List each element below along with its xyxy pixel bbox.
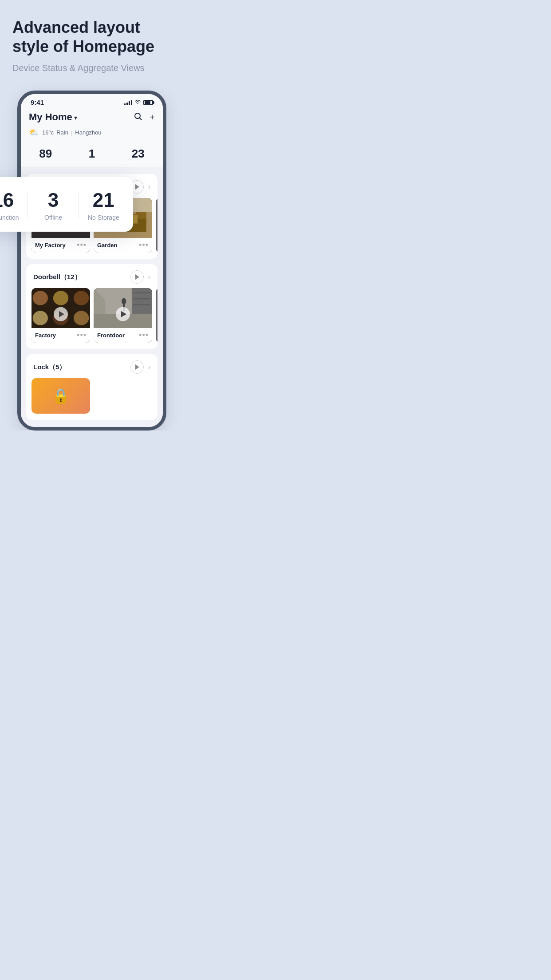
lock-icon: 🔒	[52, 387, 70, 404]
doorbell-section-header: Doorbell（12） ›	[26, 264, 157, 288]
lock-section-card: Lock（5） › 🔒	[26, 354, 157, 420]
play-icon	[59, 311, 64, 317]
malfunction-label: Malfunction	[0, 214, 28, 221]
doorbell-thumb-label-row-frontdoor: Frontdoor •••	[94, 328, 152, 343]
camera-thumb-label-row-garden: Garden •••	[94, 238, 152, 253]
doorbell-section-header-right: ›	[130, 270, 150, 284]
app-header: My Home ▾ +	[21, 108, 163, 127]
stat-item-1: 89	[39, 147, 52, 161]
doorbell-thumb-factory[interactable]: Factory •••	[31, 288, 90, 343]
doorbell-thumb-label-frontdoor: Frontdoor	[97, 332, 125, 339]
stats-row-background: 89 1 23	[21, 142, 163, 167]
doorbell-thumb-menu-frontdoor[interactable]: •••	[139, 331, 149, 340]
phone-frame-wrapper: 9:41	[0, 91, 184, 431]
stat-item-2: 1	[89, 147, 95, 161]
doorbell-thumbnails-row: Factory ••• Frontdoor •••	[26, 288, 157, 349]
wifi-icon	[134, 99, 141, 106]
weather-temp: 16°c	[42, 129, 54, 136]
doorbell-thumb-frontdoor[interactable]: Frontdoor •••	[94, 288, 152, 343]
status-bar: 9:41	[21, 94, 163, 108]
camera-thumb-label-garden: Garden	[97, 242, 118, 249]
play-triangle-icon	[135, 364, 139, 370]
camera-thumb-partial	[156, 198, 157, 253]
floating-stat-malfunction: 16 Malfunction	[0, 190, 28, 221]
camera-thumb-label-factory: My Factory	[35, 242, 66, 249]
doorbell-section-title: Doorbell（12）	[33, 273, 81, 281]
search-icon[interactable]	[134, 112, 142, 123]
play-overlay-frontdoor	[116, 307, 130, 321]
doorbell-play-button[interactable]	[130, 270, 144, 284]
weather-city: Hangzhou	[75, 129, 101, 136]
play-icon	[121, 311, 126, 317]
floating-stats-card: 16 Malfunction 3 Offline 21 No Storage	[0, 177, 133, 231]
signal-icon	[124, 100, 132, 105]
phone-frame: 9:41	[17, 91, 166, 431]
offline-label: Offline	[28, 214, 78, 221]
no-storage-label: No Storage	[79, 214, 129, 221]
play-overlay-spices	[54, 307, 68, 321]
status-icons	[124, 99, 153, 106]
stat-number-1: 89	[39, 147, 52, 160]
camera-chevron-right-icon[interactable]: ›	[148, 183, 150, 191]
doorbell-section-card: Doorbell（12） ›	[26, 264, 157, 349]
battery-icon	[143, 100, 153, 105]
play-triangle-icon	[135, 184, 139, 190]
hero-section: Advanced layout style of Homepage Device…	[0, 0, 184, 83]
svg-line-1	[140, 118, 142, 120]
status-time: 9:41	[31, 99, 44, 106]
lock-thumb-preview: 🔒	[26, 378, 157, 420]
doorbell-thumb-menu-factory[interactable]: •••	[77, 331, 87, 340]
lock-chevron-right-icon[interactable]: ›	[148, 363, 150, 371]
lock-section-header: Lock（5） ›	[26, 354, 157, 378]
doorbell-thumb-partial	[156, 288, 157, 343]
camera-thumb-menu-factory[interactable]: •••	[77, 241, 87, 250]
floating-stat-offline: 3 Offline	[28, 190, 78, 221]
camera-thumb-menu-garden[interactable]: •••	[139, 241, 149, 250]
hero-title: Advanced layout style of Homepage	[12, 18, 171, 56]
camera-thumb-label-row-factory: My Factory •••	[31, 238, 90, 253]
chevron-down-icon: ▾	[74, 114, 77, 121]
weather-divider: |	[71, 129, 72, 136]
weather-condition: Rain	[56, 129, 68, 136]
weather-icon: ⛅	[29, 127, 39, 137]
home-title: My Home	[29, 111, 72, 123]
lock-play-button[interactable]	[130, 360, 144, 374]
no-storage-number: 21	[79, 190, 129, 211]
stat-item-3: 23	[132, 147, 145, 161]
play-triangle-icon	[135, 274, 139, 280]
malfunction-number: 16	[0, 190, 28, 211]
lock-thumb-item: 🔒	[31, 378, 90, 414]
weather-info: 16°c Rain | Hangzhou	[42, 129, 102, 136]
offline-number: 3	[28, 190, 78, 211]
doorbell-thumb-label-factory: Factory	[35, 332, 56, 339]
camera-section-header-right: ›	[130, 180, 150, 194]
stat-number-3: 23	[132, 147, 145, 160]
lock-section-title: Lock（5）	[33, 363, 66, 371]
lock-section-header-right: ›	[130, 360, 150, 374]
hero-subtitle: Device Status & Aggregate Views	[12, 62, 171, 74]
doorbell-thumb-label-row-factory: Factory •••	[31, 328, 90, 343]
home-title-row[interactable]: My Home ▾	[29, 111, 77, 123]
doorbell-chevron-right-icon[interactable]: ›	[148, 273, 150, 281]
header-actions: +	[134, 112, 155, 123]
stat-number-2: 1	[89, 147, 95, 160]
weather-bar: ⛅ 16°c Rain | Hangzhou	[21, 127, 163, 142]
floating-stat-no-storage: 21 No Storage	[79, 190, 129, 221]
add-icon[interactable]: +	[150, 112, 155, 122]
